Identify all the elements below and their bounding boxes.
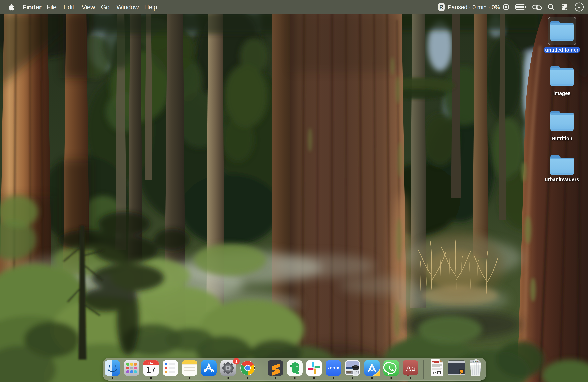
svg-text:zoom: zoom [327, 365, 339, 370]
svg-text:PD: PD [432, 371, 437, 375]
svg-text:FEB: FEB [148, 361, 154, 364]
svg-text:17: 17 [146, 365, 156, 375]
svg-text:1: 1 [235, 359, 238, 364]
svg-text:Aa: Aa [406, 364, 415, 373]
